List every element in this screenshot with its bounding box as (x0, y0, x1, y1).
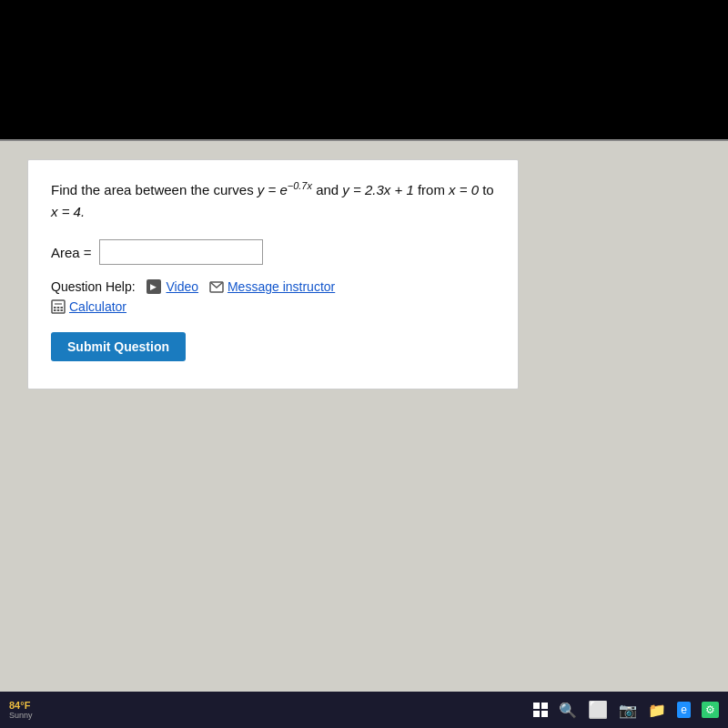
svg-rect-6 (54, 309, 56, 311)
calculator-row: Calculator (51, 299, 495, 314)
question-text: Find the area between the curves y = e−0… (51, 178, 495, 223)
main-content-area: Find the area between the curves y = e−0… (0, 141, 728, 692)
taskbar-icons: 🔍 ⬜ 📷 📁 e ⚙ (533, 700, 719, 720)
svg-rect-7 (57, 309, 60, 311)
help-label: Question Help: (51, 279, 136, 294)
svg-rect-3 (54, 307, 56, 308)
folder-icon[interactable]: 📁 (648, 702, 666, 719)
video-icon: ▶ (147, 279, 161, 294)
app-icon[interactable]: ⚙ (702, 702, 719, 718)
calc-icon-wrapper (51, 299, 66, 314)
area-row: Area = (51, 239, 495, 265)
taskview-icon[interactable]: ⬜ (588, 700, 608, 720)
weather-widget: 84°F Sunny (9, 700, 33, 720)
top-black-area (0, 0, 728, 141)
question-panel: Find the area between the curves y = e−0… (27, 159, 519, 389)
video-taskbar-icon[interactable]: 📷 (619, 702, 637, 719)
search-taskbar-icon[interactable]: 🔍 (559, 702, 577, 719)
message-instructor-link[interactable]: Message instructor (228, 279, 335, 294)
calculator-link[interactable]: Calculator (69, 299, 126, 314)
area-label: Area = (51, 245, 92, 260)
svg-rect-5 (61, 307, 64, 308)
question-help-row: Question Help: ▶ Video Message instructo… (51, 279, 495, 294)
svg-rect-8 (61, 309, 64, 311)
area-input[interactable] (99, 239, 263, 265)
calculator-icon (51, 299, 66, 314)
windows-start-icon[interactable] (533, 703, 548, 717)
from-eq: x = 0 (449, 182, 479, 197)
weather-condition: Sunny (9, 711, 33, 720)
equation1: y = e−0.7x (258, 182, 312, 197)
temperature: 84°F (9, 700, 33, 711)
browser-icon[interactable]: e (677, 702, 691, 718)
mail-icon (209, 281, 224, 293)
submit-button[interactable]: Submit Question (51, 332, 186, 361)
svg-rect-4 (57, 307, 60, 308)
video-link[interactable]: Video (167, 279, 199, 294)
mail-icon-wrapper (209, 281, 224, 293)
taskbar: 84°F Sunny 🔍 ⬜ 📷 📁 e ⚙ (0, 692, 728, 728)
to-eq: x = 4. (51, 204, 85, 219)
equation2: y = 2.3x + 1 (342, 182, 413, 197)
